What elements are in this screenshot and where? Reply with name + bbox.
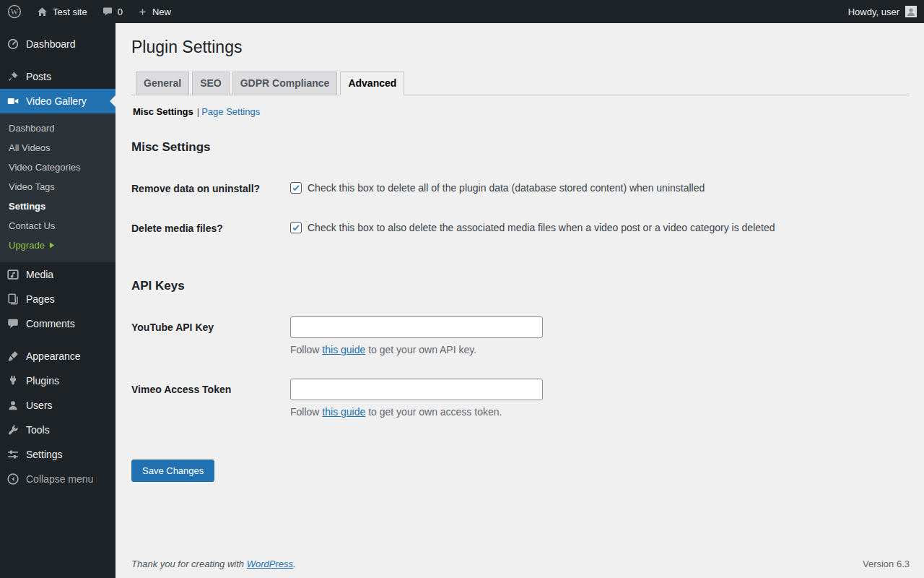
- tab-advanced[interactable]: Advanced: [340, 72, 404, 95]
- field-label-vimeo-token: Vimeo Access Token: [131, 379, 290, 418]
- svg-text:W: W: [11, 7, 19, 16]
- footer-thanks: Thank you for creating with WordPress.: [131, 558, 296, 569]
- remove-data-checkbox[interactable]: [290, 182, 302, 194]
- submenu-item-all-videos[interactable]: All Videos: [0, 138, 116, 158]
- site-name-menu[interactable]: Test site: [29, 0, 95, 23]
- youtube-api-key-input[interactable]: [290, 316, 543, 338]
- admin-bar: W Test site 0 New Howdy, user: [0, 0, 924, 23]
- delete-media-checkbox-row[interactable]: Check this box to also delete the associ…: [290, 222, 775, 233]
- field-label-youtube-api: YouTube API Key: [131, 316, 290, 355]
- vimeo-token-description: Follow this guide to get your own access…: [290, 406, 543, 418]
- sidebar-item-settings[interactable]: Settings: [0, 442, 116, 467]
- sidebar-item-label: Video Gallery: [26, 95, 87, 107]
- vimeo-guide-link[interactable]: this guide: [322, 406, 365, 418]
- wrench-icon: [6, 423, 20, 437]
- site-name-label: Test site: [53, 7, 87, 17]
- save-changes-button[interactable]: Save Changes: [131, 460, 214, 482]
- howdy-text: Howdy, user: [848, 7, 899, 17]
- video-gallery-submenu: Dashboard All Videos Video Categories Vi…: [0, 113, 116, 262]
- tab-seo[interactable]: SEO: [192, 72, 230, 95]
- pages-icon: [6, 292, 20, 306]
- menu-separator: [0, 336, 116, 344]
- subnav-separator: |: [197, 106, 199, 117]
- delete-media-checkbox-text: Check this box to also delete the associ…: [308, 222, 775, 233]
- form-row-youtube-api: YouTube API Key Follow this guide to get…: [131, 316, 910, 355]
- paintbrush-icon: [6, 349, 20, 363]
- comments-menu[interactable]: 0: [95, 0, 130, 23]
- menu-separator: [0, 56, 116, 64]
- sidebar-item-label: Posts: [26, 71, 51, 82]
- subnav-misc-settings[interactable]: Misc Settings: [133, 106, 193, 117]
- sidebar-item-label: Collapse menu: [26, 473, 93, 485]
- sidebar-item-label: Media: [26, 269, 53, 280]
- sidebar-item-comments[interactable]: Comments: [0, 311, 116, 336]
- youtube-guide-link[interactable]: this guide: [322, 344, 365, 355]
- submenu-item-contact-us[interactable]: Contact Us: [0, 216, 116, 236]
- sidebar-item-label: Dashboard: [26, 38, 76, 50]
- wordpress-logo-icon: W: [7, 4, 22, 19]
- sidebar-item-label: Pages: [26, 293, 55, 305]
- sidebar-item-video-gallery[interactable]: Video Gallery: [0, 89, 116, 113]
- admin-bar-right: Howdy, user: [841, 0, 924, 23]
- sidebar-item-plugins[interactable]: Plugins: [0, 368, 116, 393]
- desc-text: to get your own API key.: [368, 344, 476, 355]
- tab-gdpr-compliance[interactable]: GDPR Compliance: [232, 72, 338, 95]
- new-content-menu[interactable]: New: [130, 0, 178, 23]
- wp-logo-menu[interactable]: W: [0, 0, 29, 23]
- sidebar-item-label: Tools: [26, 424, 50, 436]
- media-icon: [6, 267, 20, 282]
- desc-text: to get your own access token.: [368, 406, 502, 418]
- upgrade-arrow-icon: [49, 242, 56, 249]
- sidebar-item-tools[interactable]: Tools: [0, 418, 116, 442]
- admin-content: Plugin Settings General SEO GDPR Complia…: [116, 23, 924, 578]
- sidebar-item-dashboard[interactable]: Dashboard: [0, 32, 116, 56]
- youtube-api-description: Follow this guide to get your own API ke…: [290, 344, 543, 355]
- wordpress-link[interactable]: WordPress: [247, 558, 293, 569]
- sidebar-item-label: Appearance: [26, 350, 81, 362]
- active-menu-arrow: [104, 95, 116, 107]
- remove-data-checkbox-row[interactable]: Check this box to delete all of the plug…: [290, 182, 705, 194]
- sidebar-item-label: Plugins: [26, 375, 59, 387]
- submenu-item-video-tags[interactable]: Video Tags: [0, 177, 116, 197]
- sidebar-item-posts[interactable]: Posts: [0, 64, 116, 89]
- field-remove-data: Check this box to delete all of the plug…: [290, 182, 705, 194]
- dashboard-icon: [6, 37, 20, 51]
- misc-settings-heading: Misc Settings: [131, 140, 910, 155]
- wordpress-admin: W Test site 0 New Howdy, user: [0, 0, 924, 578]
- tab-general[interactable]: General: [136, 72, 189, 95]
- my-account-menu[interactable]: Howdy, user: [841, 0, 924, 23]
- home-icon: [36, 6, 48, 18]
- form-row-vimeo-token: Vimeo Access Token Follow this guide to …: [131, 379, 910, 418]
- subnav: Misc Settings|Page Settings: [131, 106, 910, 117]
- comments-bubble-icon: [102, 6, 113, 17]
- upgrade-label: Upgrade: [9, 240, 45, 251]
- submenu-item-video-categories[interactable]: Video Categories: [0, 158, 116, 177]
- subnav-page-settings[interactable]: Page Settings: [201, 106, 260, 117]
- sliders-icon: [6, 447, 20, 462]
- submenu-item-dashboard[interactable]: Dashboard: [0, 118, 116, 138]
- collapse-menu-button[interactable]: Collapse menu: [0, 467, 116, 491]
- desc-text: Follow: [290, 344, 319, 355]
- version-text: Version 6.3: [863, 558, 910, 569]
- comment-bubble-icon: [6, 316, 20, 331]
- plus-icon: [137, 7, 148, 17]
- vimeo-access-token-input[interactable]: [290, 379, 543, 400]
- delete-media-checkbox[interactable]: [290, 222, 302, 233]
- field-label-remove-data: Remove data on uninstall?: [131, 182, 290, 194]
- sidebar-item-pages[interactable]: Pages: [0, 287, 116, 311]
- desc-text: Follow: [290, 406, 319, 418]
- collapse-arrow-icon: [6, 472, 20, 486]
- sidebar-item-appearance[interactable]: Appearance: [0, 344, 116, 368]
- footer-thanks-period: .: [293, 558, 296, 569]
- sidebar-item-users[interactable]: Users: [0, 393, 116, 418]
- field-youtube-api: Follow this guide to get your own API ke…: [290, 316, 543, 355]
- sidebar-item-label: Comments: [26, 318, 75, 329]
- submenu-item-upgrade[interactable]: Upgrade: [0, 236, 116, 255]
- field-delete-media: Check this box to also delete the associ…: [290, 222, 775, 234]
- settings-tabs: General SEO GDPR Compliance Advanced: [131, 72, 910, 95]
- plug-icon: [6, 374, 20, 388]
- submenu-item-settings[interactable]: Settings: [0, 197, 116, 216]
- sidebar-item-media[interactable]: Media: [0, 262, 116, 287]
- field-vimeo-token: Follow this guide to get your own access…: [290, 379, 543, 418]
- person-icon: [6, 398, 20, 413]
